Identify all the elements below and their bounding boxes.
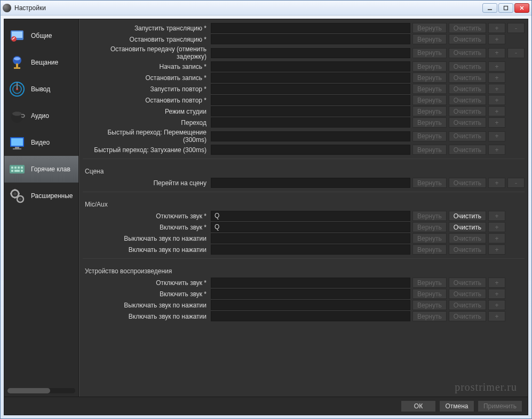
hotkey-input[interactable]	[211, 145, 410, 155]
revert-button[interactable]: Вернуть	[412, 95, 447, 105]
hotkey-input[interactable]	[211, 244, 410, 255]
minus-button[interactable]: -	[507, 23, 525, 33]
hotkey-input[interactable]: Q	[211, 211, 410, 221]
hotkey-input[interactable]	[211, 48, 410, 58]
hotkey-input[interactable]	[211, 289, 410, 299]
revert-button[interactable]: Вернуть	[412, 244, 447, 255]
clear-button[interactable]: Очистить	[449, 211, 486, 221]
ok-button[interactable]: ОК	[401, 400, 436, 412]
hotkey-input[interactable]	[211, 34, 410, 44]
hotkey-input[interactable]	[211, 95, 410, 105]
plus-button[interactable]: +	[488, 106, 505, 116]
clear-button[interactable]: Очистить	[449, 178, 486, 188]
hotkey-input[interactable]	[211, 84, 410, 94]
clear-button[interactable]: Очистить	[449, 278, 486, 288]
sidebar-scrollbar[interactable]	[7, 388, 75, 393]
revert-button[interactable]: Вернуть	[412, 222, 447, 232]
revert-button[interactable]: Вернуть	[412, 311, 447, 321]
hotkey-row: Запустить трансляцию *ВернутьОчистить+-	[80, 22, 528, 34]
hotkey-input[interactable]	[211, 117, 410, 128]
plus-button[interactable]: +	[488, 61, 505, 72]
hotkey-input[interactable]	[211, 106, 410, 116]
plus-button[interactable]: +	[488, 84, 505, 94]
revert-button[interactable]: Вернуть	[412, 289, 447, 299]
revert-button[interactable]: Вернуть	[412, 106, 447, 116]
cancel-button[interactable]: Отмена	[439, 400, 474, 412]
plus-button[interactable]: +	[488, 117, 505, 128]
sidebar-item-video[interactable]: Видео	[4, 129, 78, 156]
hotkey-input[interactable]	[211, 178, 410, 188]
hotkey-input[interactable]	[211, 61, 410, 72]
clear-button[interactable]: Очистить	[449, 95, 486, 105]
hotkey-row: Быстрый переход: Затухание (300ms)Вернут…	[80, 144, 528, 155]
hotkey-input[interactable]	[211, 131, 410, 141]
clear-button[interactable]: Очистить	[449, 61, 486, 72]
revert-button[interactable]: Вернуть	[412, 61, 447, 72]
maximize-button[interactable]	[498, 3, 513, 13]
plus-button[interactable]: +	[488, 73, 505, 83]
revert-button[interactable]: Вернуть	[412, 131, 447, 141]
hotkey-input[interactable]: Q	[211, 222, 410, 232]
plus-button[interactable]: +	[488, 278, 505, 288]
revert-button[interactable]: Вернуть	[412, 278, 447, 288]
revert-button[interactable]: Вернуть	[412, 84, 447, 94]
plus-button[interactable]: +	[488, 289, 505, 299]
sidebar-item-output[interactable]: Вывод	[4, 76, 78, 102]
hotkey-input[interactable]	[211, 233, 410, 243]
sidebar-item-advanced[interactable]: Расширенные	[4, 183, 78, 209]
clear-button[interactable]: Очистить	[449, 84, 486, 94]
revert-button[interactable]: Вернуть	[412, 145, 447, 155]
revert-button[interactable]: Вернуть	[412, 117, 447, 128]
plus-button[interactable]: +	[488, 211, 505, 221]
clear-button[interactable]: Очистить	[449, 34, 486, 44]
plus-button[interactable]: +	[488, 131, 505, 141]
plus-button[interactable]: +	[488, 311, 505, 321]
clear-button[interactable]: Очистить	[449, 233, 486, 243]
plus-button[interactable]: +	[488, 222, 505, 232]
clear-button[interactable]: Очистить	[449, 23, 486, 33]
hotkey-input[interactable]	[211, 300, 410, 310]
clear-button[interactable]: Очистить	[449, 311, 486, 321]
minimize-button[interactable]	[482, 3, 497, 13]
revert-button[interactable]: Вернуть	[412, 178, 447, 188]
plus-button[interactable]: +	[488, 95, 505, 105]
hotkey-input[interactable]	[211, 311, 410, 321]
revert-button[interactable]: Вернуть	[412, 300, 447, 310]
revert-button[interactable]: Вернуть	[412, 23, 447, 33]
sidebar-item-stream[interactable]: Вещание	[4, 49, 78, 76]
plus-button[interactable]: +	[488, 23, 505, 33]
clear-button[interactable]: Очистить	[449, 117, 486, 128]
revert-button[interactable]: Вернуть	[412, 34, 447, 44]
plus-button[interactable]: +	[488, 178, 505, 188]
clear-button[interactable]: Очистить	[449, 48, 486, 58]
clear-button[interactable]: Очистить	[449, 73, 486, 83]
minus-button[interactable]: -	[507, 178, 525, 188]
plus-button[interactable]: +	[488, 233, 505, 243]
clear-button[interactable]: Очистить	[449, 222, 486, 232]
hotkey-input[interactable]	[211, 73, 410, 83]
revert-button[interactable]: Вернуть	[412, 211, 447, 221]
hotkey-input[interactable]	[211, 278, 410, 288]
clear-button[interactable]: Очистить	[449, 106, 486, 116]
revert-button[interactable]: Вернуть	[412, 73, 447, 83]
clear-button[interactable]: Очистить	[449, 300, 486, 310]
plus-button[interactable]: +	[488, 34, 505, 44]
clear-button[interactable]: Очистить	[449, 131, 486, 141]
apply-button[interactable]: Применить	[478, 400, 522, 412]
clear-button[interactable]: Очистить	[449, 289, 486, 299]
hotkey-input[interactable]	[211, 23, 410, 33]
sidebar-item-audio[interactable]: Аудио	[4, 102, 78, 129]
minus-button[interactable]: -	[507, 48, 525, 58]
clear-button[interactable]: Очистить	[449, 244, 486, 255]
settings-window: Настройки ОбщиеВещаниеВыводАудиоВидеоГор…	[0, 0, 532, 419]
plus-button[interactable]: +	[488, 244, 505, 255]
sidebar-item-hotkeys[interactable]: Горячие клав	[4, 156, 78, 183]
revert-button[interactable]: Вернуть	[412, 233, 447, 243]
plus-button[interactable]: +	[488, 48, 505, 58]
revert-button[interactable]: Вернуть	[412, 48, 447, 58]
sidebar-item-general[interactable]: Общие	[4, 22, 78, 49]
close-button[interactable]	[514, 3, 529, 13]
plus-button[interactable]: +	[488, 300, 505, 310]
plus-button[interactable]: +	[488, 145, 505, 155]
clear-button[interactable]: Очистить	[449, 145, 486, 155]
